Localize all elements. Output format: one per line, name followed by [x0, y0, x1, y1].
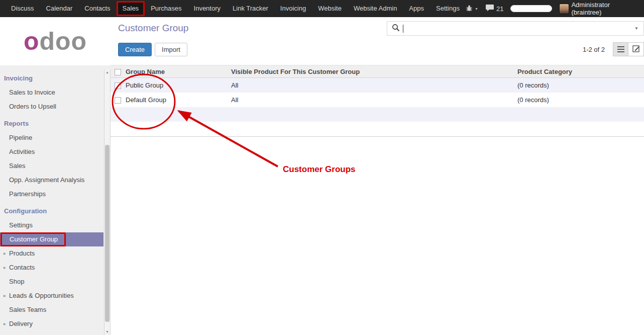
debug-menu-button[interactable]: ▼ — [466, 5, 478, 13]
sidebar-item-shop[interactable]: Shop — [0, 275, 103, 289]
scroll-up-icon[interactable]: ▲ — [104, 69, 110, 75]
user-name: Administrator (braintree) — [571, 1, 639, 16]
menu-invoicing[interactable]: Invoicing — [274, 0, 312, 17]
list-view: Group Name Visible Product For This Cust… — [111, 65, 644, 137]
form-view-button[interactable] — [628, 42, 644, 56]
import-button[interactable]: Import — [155, 43, 187, 56]
cell-product-category: (0 records) — [515, 81, 644, 89]
messages-count: 21 — [496, 5, 503, 13]
list-icon — [617, 46, 624, 47]
sidebar-item-partnerships[interactable]: Partnerships — [0, 187, 103, 201]
bug-icon — [466, 5, 473, 13]
logo-letter: o — [24, 27, 40, 56]
expand-caret-icon: ▸ — [4, 261, 6, 275]
odoo-backend: { "colors": { "annotation": "#d50000", "… — [0, 0, 644, 335]
sidebar-section: Configuration Settings Customer Group ▸P… — [0, 204, 103, 331]
logo-rest: doo — [39, 27, 87, 56]
expand-caret-icon: ▸ — [4, 317, 6, 331]
sidebar-section: Invoicing Sales to Invoice Orders to Ups… — [0, 71, 103, 114]
search-icon — [392, 24, 400, 34]
col-header-product-category[interactable]: Product Category — [515, 68, 644, 75]
table-body: Public Group All (0 records) Default Gro… — [111, 78, 644, 137]
annotation-box-customer-group: Customer Group — [1, 232, 66, 246]
sidebar-item-contacts[interactable]: ▸Contacts — [0, 261, 103, 275]
cell-visible-product: All — [229, 96, 515, 104]
expand-caret-icon: ▸ — [4, 246, 6, 261]
menu-website[interactable]: Website — [312, 0, 348, 17]
sidebar-item-pipeline[interactable]: Pipeline — [0, 131, 103, 145]
col-header-group-name[interactable]: Group Name — [124, 68, 229, 75]
sidebar-item-leads-opportunities[interactable]: ▸Leads & Opportunities — [0, 289, 103, 303]
sidebar-item-activities[interactable]: Activities — [0, 145, 103, 159]
cell-group-name: Default Group — [124, 96, 229, 104]
sidebar-section-configuration: Configuration — [0, 204, 103, 218]
sidebar-item-delivery[interactable]: ▸Delivery — [0, 317, 103, 331]
select-all-cell — [111, 67, 124, 75]
empty-row — [111, 122, 644, 136]
sidebar-item-label: Contacts — [9, 264, 35, 271]
sidebar-section-invoicing: Invoicing — [0, 71, 103, 86]
menu-apps[interactable]: Apps — [403, 0, 430, 17]
sidebar-item-label: Customer Group — [10, 235, 58, 243]
cell-group-name: Public Group — [124, 81, 229, 89]
scrollbar-thumb[interactable] — [105, 145, 110, 322]
menu-sales[interactable]: Sales — [117, 1, 145, 16]
sidebar-menu: Invoicing Sales to Invoice Orders to Ups… — [0, 65, 103, 331]
row-select-cell — [111, 96, 124, 104]
menu-inventory[interactable]: Inventory — [188, 0, 227, 17]
main-content: Customer Group ▼ Create Import 1-2 of 2 — [111, 17, 644, 335]
sidebar-item-settings[interactable]: Settings — [0, 218, 103, 232]
col-header-visible-product[interactable]: Visible Product For This Customer Group — [229, 68, 515, 75]
user-menu[interactable]: Administrator (braintree) — [559, 1, 639, 16]
sidebar-item-label: Leads & Opportunities — [9, 292, 74, 299]
menu-purchases[interactable]: Purchases — [145, 0, 187, 17]
cell-product-category: (0 records) — [515, 96, 644, 104]
sidebar-item-sales-to-invoice[interactable]: Sales to Invoice — [0, 86, 103, 100]
select-all-checkbox[interactable] — [115, 69, 121, 75]
empty-row — [111, 107, 644, 122]
page-title: Customer Group — [118, 23, 188, 34]
search-box[interactable]: ▼ — [387, 21, 644, 36]
menu-link-tracker[interactable]: Link Tracker — [227, 0, 274, 17]
edit-icon — [632, 45, 640, 54]
sidebar-item-orders-to-upsell[interactable]: Orders to Upsell — [0, 100, 103, 114]
search-dropdown-caret-icon[interactable]: ▼ — [634, 26, 638, 31]
avatar — [559, 4, 569, 14]
chat-bubble-icon — [485, 4, 494, 13]
table-row[interactable]: Default Group All (0 records) — [111, 93, 644, 107]
expand-caret-icon: ▸ — [4, 289, 6, 303]
menu-contacts[interactable]: Contacts — [78, 0, 116, 17]
cell-visible-product: All — [229, 81, 515, 89]
odoo-logo: odoo — [0, 17, 111, 65]
table-header: Group Name Visible Product For This Cust… — [111, 65, 644, 78]
row-checkbox[interactable] — [115, 97, 121, 104]
search-input[interactable] — [403, 22, 634, 35]
topbar: Discuss Calendar Contacts Sales Purchase… — [0, 0, 644, 17]
sidebar-item-opp-assignment-analysis[interactable]: Opp. Assignment Analysis — [0, 173, 103, 187]
pager-area: 1-2 of 2 — [583, 42, 644, 56]
topbar-right: ▼ 21 Administrator (braintree) — [466, 1, 644, 16]
menu-website-admin[interactable]: Website Admin — [348, 0, 403, 17]
list-view-button[interactable] — [613, 42, 628, 56]
scroll-down-icon[interactable]: ▼ — [104, 329, 110, 335]
messages-button[interactable]: 21 — [485, 4, 503, 13]
sidebar: odoo Invoicing Sales to Invoice Orders t… — [0, 17, 111, 335]
sidebar-item-customer-group[interactable]: Customer Group — [0, 232, 103, 246]
view-switcher — [613, 42, 644, 56]
sidebar-item-sales-teams[interactable]: Sales Teams — [0, 303, 103, 317]
topbar-menu: Discuss Calendar Contacts Sales Purchase… — [0, 0, 466, 17]
create-button[interactable]: Create — [118, 43, 152, 56]
sidebar-item-sales[interactable]: Sales — [0, 159, 103, 173]
sidebar-section: Reports Pipeline Activities Sales Opp. A… — [0, 117, 103, 201]
menu-discuss[interactable]: Discuss — [5, 0, 40, 17]
sidebar-scrollbar[interactable]: ▲ ▼ — [104, 69, 111, 335]
menu-calendar[interactable]: Calendar — [40, 0, 79, 17]
timer-bar — [510, 5, 552, 12]
row-checkbox[interactable] — [115, 82, 121, 89]
sidebar-item-products[interactable]: ▸Products — [0, 246, 103, 261]
row-select-cell — [111, 81, 124, 89]
menu-settings[interactable]: Settings — [430, 0, 466, 17]
table-row[interactable]: Public Group All (0 records) — [111, 78, 644, 93]
control-panel-buttons: Create Import 1-2 of 2 — [118, 42, 644, 56]
pager: 1-2 of 2 — [583, 46, 605, 53]
